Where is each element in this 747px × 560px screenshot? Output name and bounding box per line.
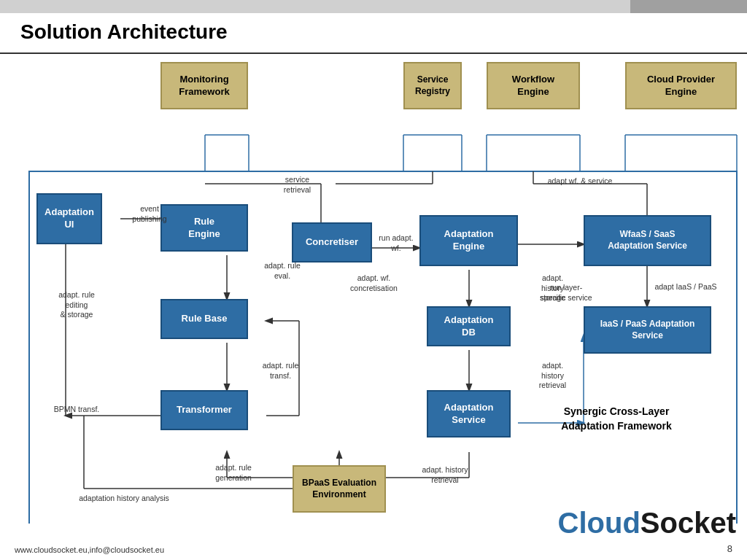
concretiser-box: Concretiser: [292, 222, 372, 262]
label-adapt-wf-concretisation: adapt. wf.concretisation: [339, 273, 409, 293]
label-adapt-rule-eval: adapt. ruleeval.: [253, 261, 311, 281]
page-number: 8: [727, 543, 732, 554]
service-registry-box: ServiceRegistry: [403, 62, 462, 109]
label-adapt-iaas-paas: adapt IaaS / PaaS: [653, 282, 719, 292]
label-adapt-wf-service: adapt wf. & service: [540, 176, 620, 187]
page-title: Solution Architecture: [20, 20, 228, 44]
synergic-text: Synergic Cross-LayerAdaptation Framework: [543, 405, 689, 433]
label-adapt-history-retrieval: adapt.historyretrieval: [525, 361, 580, 391]
label-run-adapt-wf: run adapt.wf.: [374, 233, 418, 253]
label-adapt-history-retrieval2: adapt. historyretrieval: [412, 465, 478, 485]
wfaas-saas-box: WfaaS / SaaSAdaptation Service: [584, 215, 711, 266]
workflow-engine-box: WorkflowEngine: [487, 62, 580, 109]
cloud-provider-engine-box: Cloud ProviderEngine: [625, 62, 737, 109]
footer-text: www.cloudsocket.eu,info@cloudsocket.eu: [15, 545, 164, 554]
label-event-publishing: eventpublishing: [120, 204, 179, 224]
monitoring-framework-box: MonitoringFramework: [160, 62, 248, 109]
logo-cloud: Cloud: [558, 507, 640, 539]
logo-socket: Socket: [640, 507, 736, 539]
label-adapt-rule-editing: adapt. ruleediting& storage: [47, 290, 106, 320]
label-run-layer-specific: run layer-specific service: [537, 283, 595, 303]
bpaas-eval-box: BPaaS EvaluationEnvironment: [293, 465, 386, 513]
top-bar-right: [630, 0, 747, 13]
iaas-paas-box: IaaS / PaaS AdaptationService: [584, 306, 711, 354]
label-bpmn-transf: BPMN transf.: [47, 405, 106, 415]
rule-base-box: Rule Base: [160, 299, 248, 339]
label-adapt-rule-transf: adapt. ruletransf.: [253, 361, 308, 381]
adaptation-engine-box: AdaptationEngine: [419, 215, 518, 266]
label-adaptation-history-analysis: adaptation history analysis: [51, 494, 197, 504]
transformer-box: Transformer: [160, 390, 248, 430]
divider: [0, 52, 747, 54]
diagram: MonitoringFramework ServiceRegistry Work…: [7, 58, 740, 524]
cloudsocket-logo: CloudSocket: [558, 507, 736, 540]
adaptation-db-box: AdaptationDB: [427, 306, 511, 346]
label-adapt-rule-generation: adapt. rulegeneration: [201, 463, 266, 483]
label-service-retrieval: serviceretrieval: [270, 175, 325, 195]
adaptation-service-box: AdaptationService: [427, 390, 511, 438]
adaptation-ui-box: AdaptationUI: [36, 193, 102, 244]
